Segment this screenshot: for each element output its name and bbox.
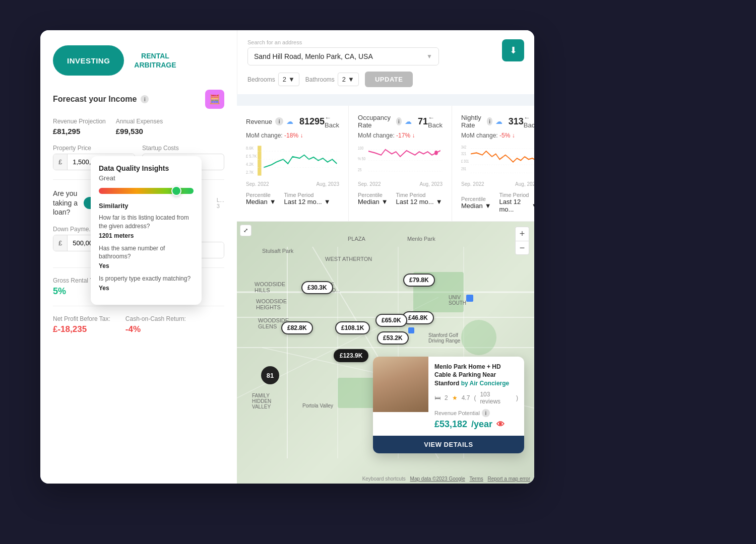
percentile-chevron-icon: ▼ [270,198,276,206]
svg-rect-38 [408,327,414,333]
occupancy-info-icon[interactable]: i [396,117,402,125]
report-link[interactable]: Report a map error [488,476,530,482]
occupancy-time-select[interactable]: Last 12 mo... ▼ [396,198,443,206]
listing-content: Menlo Park Home + HD Cable & Parking Nea… [373,357,524,436]
svg-text:25: 25 [358,167,361,172]
occupancy-cloud-icon: ☁ [405,117,412,125]
map-number-marker[interactable]: 81 [261,366,279,384]
occupancy-title: Occupancy Rate i ☁ 71 [358,114,428,129]
address-search-input[interactable]: Sand Hill Road, Menlo Park, CA, USA ▼ [247,47,439,65]
map-background: PLAZA Stulsaft Park WEST ATHERTON Menlo … [237,222,534,484]
map-label-portola: Portola Valley [302,403,333,409]
revenue-percentile: Percentile Median ▼ [246,192,276,206]
price-marker-468[interactable]: £46.8K [402,311,434,324]
revenue-percentile-row: Percentile Median ▼ Time Period Last 12 … [246,192,339,206]
download-button[interactable]: ⬇ [502,39,524,61]
update-button[interactable]: UPDATE [365,72,413,87]
listing-popup: Menlo Park Home + HD Cable & Parking Nea… [373,357,524,453]
nightly-percentile-row: Percentile Median ▼ Time Period Last 12 … [461,192,534,213]
map-label-menlo: Menlo Park [407,236,435,242]
view-details-button[interactable]: VIEW DETAILS [373,436,524,453]
revenue-chart: 8.6K £ 5.7K 4.2K 2.7K [246,143,339,178]
nightly-back-link[interactable]: ← Back [524,114,534,129]
dq-question-1: How far is this listing located from the… [99,214,194,231]
nightly-percentile-chevron: ▼ [485,202,491,210]
annual-expenses: Annual Expenses £99,530 [116,118,163,135]
revenue-title: Revenue i ☁ 81295 [246,116,325,127]
divider-3 [53,306,224,306]
dq-row-2: Has the same number of bathrooms? Yes [99,244,194,270]
price-marker-1239[interactable]: £123.9K [334,349,368,362]
tab-investing[interactable]: INVESTING [53,45,124,76]
dq-answer-2: Yes [99,262,194,269]
map-label-plaza: PLAZA [348,236,365,242]
bedrooms-select[interactable]: 2 ▼ [278,73,299,86]
nightly-percentile-select[interactable]: Median ▼ [461,202,491,210]
price-marker-650[interactable]: £65.0K [375,314,407,327]
time-chevron-icon: ▼ [324,198,331,206]
price-marker-303[interactable]: £30.3K [301,281,333,294]
price-marker-1081[interactable]: £108.1K [335,321,370,334]
expand-map-button[interactable]: ⤢ [240,225,251,236]
tab-rental[interactable]: RENTALARBITRAGE [129,45,181,76]
nightly-time-select[interactable]: Last 12 mo... ▼ [499,198,534,213]
revenue-percentile-select[interactable]: Median ▼ [246,198,276,206]
dq-answer-1: 1201 meters [99,232,194,239]
price-marker-828[interactable]: £82.8K [281,321,313,334]
dq-quality: Great [99,174,194,182]
revenue-info-icon[interactable]: i [275,117,283,125]
eye-icon[interactable]: 👁 [496,420,505,429]
net-profit: Net Profit Before Tax: £-18,235 [53,315,110,334]
occupancy-time-period: Time Period Last 12 mo... ▼ [396,192,443,206]
nightly-percentile: Percentile Median ▼ [461,196,491,210]
nightly-rate-card: Nightly Rate i ☁ 313 ← Back MoM change: … [452,106,534,222]
map-data-link[interactable]: Map data ©2023 Google [410,476,465,482]
zoom-out-button[interactable]: − [515,241,529,255]
occupancy-card: Occupancy Rate i ☁ 71 ← Back MoM change:… [349,106,452,222]
occupancy-percentile-select[interactable]: Median ▼ [358,198,388,206]
svg-text:281: 281 [461,166,466,171]
nightly-card-header: Nightly Rate i ☁ 313 ← Back [461,114,534,129]
listing-info: Menlo Park Home + HD Cable & Parking Nea… [428,357,524,436]
map-area[interactable]: PLAZA Stulsaft Park WEST ATHERTON Menlo … [237,222,534,484]
dq-answer-3: Yes [99,285,194,292]
revenue-time-select[interactable]: Last 12 mo... ▼ [284,198,331,206]
metrics-cards: Revenue i ☁ 81295 ← Back MoM change: -18… [237,106,534,222]
occupancy-back-link[interactable]: ← Back [428,114,443,129]
revenue-mom: MoM change: -18% ↓ [246,132,339,139]
forecast-section-title: Forecast your Income i 🧮 [53,90,224,109]
svg-text:100: 100 [358,146,363,151]
map-label-golf: Stanford GolfDriving Range [428,332,460,344]
listing-info-icon[interactable]: i [482,409,490,417]
bathrooms-chevron-icon: ▼ [348,76,354,83]
top-panel: Search for an address Sand Hill Road, Me… [237,30,534,94]
occ-percentile-chevron: ▼ [382,198,388,206]
occupancy-chart: 100 % 50 25 [358,143,443,178]
map-label-west-atherton: WEST ATHERTON [325,256,372,262]
occupancy-chart-labels: Sep. 2022 Aug, 2023 [358,181,443,187]
price-marker-532[interactable]: £53.2K [377,331,409,345]
nightly-cloud-icon: ☁ [495,117,502,125]
dq-row-3: Is property type exactly matching? Yes [99,275,194,292]
revenue-back-link[interactable]: ← Back [325,114,339,129]
svg-text:% 50: % 50 [358,157,365,162]
price-marker-798[interactable]: £79.8K [403,274,435,287]
nightly-info-icon[interactable]: i [487,117,492,125]
nightly-mom: MoM change: -5% ↓ [461,132,534,139]
zoom-in-button[interactable]: + [515,227,529,241]
dq-gauge [99,188,194,194]
bathrooms-select[interactable]: 2 ▼ [338,73,359,86]
map-label-valley: FAMILYHIDDENVALLEY [252,393,271,410]
map-label-stulsaft: Stulsaft Park [262,248,293,254]
revenue-potential-label: Revenue Potential i [434,409,518,417]
svg-text:£ 301: £ 301 [461,159,469,164]
forecast-info-icon[interactable]: i [141,95,149,103]
search-chevron-icon: ▼ [426,53,432,60]
forecast-icon: 🧮 [205,90,224,109]
occ-time-chevron: ▼ [436,198,443,206]
gauge-bar [99,188,194,194]
terms-link[interactable]: Terms [470,476,483,482]
map-label-woodside-hills: WOODSIDEHILLS [255,281,285,293]
svg-point-35 [461,320,496,355]
revenue-time-period: Time Period Last 12 mo... ▼ [284,192,331,206]
